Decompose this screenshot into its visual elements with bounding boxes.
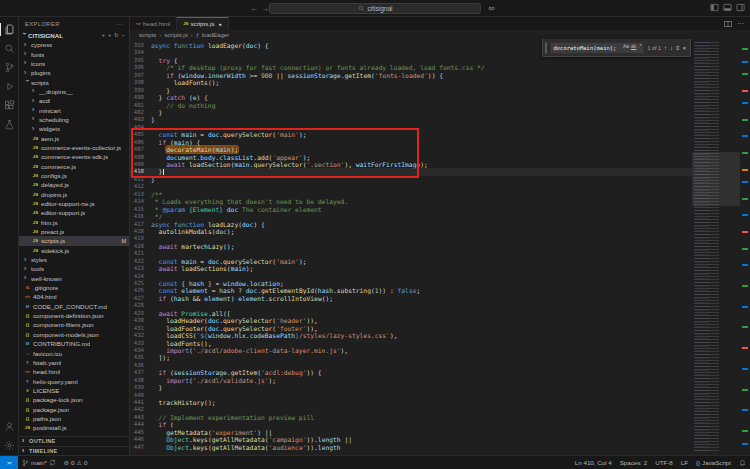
code-line-401[interactable]: 401 // do nothing [130,102,692,109]
code-line-396[interactable]: 396 /* if desktop (proxy for fast connec… [130,64,692,71]
regex-icon[interactable]: .* [638,45,641,50]
tree-folder-minicart[interactable]: ›minicart [19,105,129,114]
tree-file-LICENSE[interactable]: §LICENSE [19,386,129,395]
tree-folder-widgets[interactable]: ›widgets [19,124,129,133]
tree-folder-scheduling[interactable]: ›scheduling [19,115,129,124]
find-previous-icon[interactable]: ↑ [664,45,667,51]
tree-file-aem.js[interactable]: JSaem.js [19,133,129,142]
tree-file-commerce-events-collector.js[interactable]: JScommerce-events-collector.js [19,143,129,152]
more-actions-icon[interactable]: ··· [737,20,744,27]
code-line-439[interactable]: 439 } [130,384,692,391]
code-line-436[interactable]: 436 [130,362,692,369]
code-line-430[interactable]: 430 loadHeader(doc.querySelector('header… [130,317,692,324]
code-line-432[interactable]: 432 loadCSS(`${window.hlx.codeBasePath}/… [130,332,692,339]
code-line-397[interactable]: 397 if (window.innerWidth >= 900 || sess… [130,72,692,79]
code-line-443[interactable]: 443 // Implement experimentation preview… [130,414,692,421]
code-line-418[interactable]: 418 autolinkModals(doc); [130,228,692,235]
modified-dot-icon[interactable]: ● [219,21,222,27]
activity-item-testing[interactable] [0,115,19,134]
code-line-402[interactable]: 402 } [130,109,692,116]
tree-folder-well-known[interactable]: ›well-known [19,274,129,283]
code-line-404[interactable]: 404 [130,124,692,131]
code-line-417[interactable]: 417async function loadLazy(doc) { [130,221,692,228]
tree-file-paths.json[interactable]: {}paths.json [19,414,129,423]
tree-file-commerce-events-sdk.js[interactable]: JScommerce-events-sdk.js [19,152,129,161]
timeline-section[interactable]: › TIMELINE [19,446,129,456]
notifications-button[interactable] [735,459,750,467]
back-icon[interactable]: ← [250,3,258,14]
settings-button[interactable] [0,436,19,455]
code-line-414[interactable]: 414 * Loads everything that doesn't need… [130,198,692,205]
code-line-426[interactable]: 426 const element = hash ? doc.getElemen… [130,287,692,294]
new-folder-icon[interactable]: + [108,32,111,38]
branch-button[interactable]: main* [18,456,60,469]
code-line-400[interactable]: 400 } catch (e) { [130,94,692,101]
code-line-440[interactable]: 440 [130,392,692,399]
code-line-442[interactable]: 442 [130,406,692,413]
code-line-438[interactable]: 438 import('./acdl/validate.js'); [130,377,692,384]
tree-file-component-models.json[interactable]: {}component-models.json [19,330,129,339]
code-line-441[interactable]: 441 trackHistory(); [130,399,692,406]
code-line-434[interactable]: 434 import('./acdl/adobe-client-data-lay… [130,347,692,354]
find-input[interactable]: decorateMain(main); Aa ab .* [550,42,644,54]
code-line-395[interactable]: 395 try { [130,57,692,64]
code-line-408[interactable]: 408 document.body.classList.add('appear'… [130,154,692,161]
match-case-icon[interactable]: Aa [623,45,629,50]
code-line-433[interactable]: 433 loadFonts(), [130,340,692,347]
tree-file-package-lock.json[interactable]: {}package-lock.json [19,395,129,404]
code-line-415[interactable]: 415 * @param {Element} doc The container… [130,206,692,213]
tree-folder-scripts[interactable]: ›scripts [19,77,129,86]
tree-file-editor-support.js[interactable]: JSeditor-support.js [19,208,129,217]
code-line-413[interactable]: 413/** [130,191,692,198]
new-file-icon[interactable]: + [102,32,105,38]
tree-folder-cypress[interactable]: ›cypress [19,40,129,49]
tree-file-postinstall.js[interactable]: JSpostinstall.js [19,423,129,432]
minimap-slider[interactable] [692,152,740,206]
language-mode-button[interactable]: {} JavaScript [692,459,735,466]
tree-file-package.json[interactable]: {}package.json [19,404,129,413]
code-line-407[interactable]: 407 decorateMain(main); [130,146,692,153]
tree-folder-tools[interactable]: ›tools [19,264,129,273]
code-line-429[interactable]: 429 await Promise.all([ [130,310,692,317]
code-line-406[interactable]: 406 if (main) { [130,139,692,146]
tree-file-component-definition.json[interactable]: {}component-definition.json [19,311,129,320]
tree-file-head.html[interactable]: <>head.html [19,367,129,376]
code-line-419[interactable]: 419 [130,235,692,242]
close-icon[interactable]: × [682,45,686,51]
tree-folder-fonts[interactable]: ›fonts [19,49,129,58]
tree-file-scripts.js[interactable]: JSscripts.jsM [19,236,129,245]
encoding-button[interactable]: UTF-8 [651,459,677,466]
activity-item-source-control[interactable] [0,58,19,77]
tree-file-htm.js[interactable]: JShtm.js [19,218,129,227]
code-line-422[interactable]: 422 const main = doc.querySelector('main… [130,258,692,265]
activity-item-search[interactable] [0,39,19,58]
tree-folder-plugins[interactable]: ›plugins [19,68,129,77]
outline-section[interactable]: › OUTLINE [19,436,129,446]
tree-file-fstab.yaml[interactable]: Yfstab.yaml [19,358,129,367]
problems-button[interactable]: ⊘ 0 ⚠ 0 [60,456,92,469]
code-line-398[interactable]: 398 loadFonts(); [130,79,692,86]
activity-item-extensions[interactable] [0,96,19,115]
tree-file-sidekick.js[interactable]: JSsidekick.js [19,246,129,255]
remote-indicator[interactable]: >< [0,456,18,469]
tree-folder-__dropins__[interactable]: ›__dropins__ [19,87,129,96]
tab-scripts-js[interactable]: JS scripts.js ● [177,17,228,30]
breadcrumb-item-symbol[interactable]: loadEager [202,32,229,38]
find-next-icon[interactable]: ↓ [670,45,673,51]
tree-file-CODE_OF_CONDUCT.md[interactable]: MCODE_OF_CONDUCT.md [19,302,129,311]
code-line-435[interactable]: 435 ]); [130,354,692,361]
tree-file-delayed.js[interactable]: JSdelayed.js [19,180,129,189]
command-center-search[interactable]: citisignal [269,3,481,14]
code-line-444[interactable]: 444 if ( [130,421,692,428]
code-line-403[interactable]: 403} [130,116,692,123]
tree-file-helix-query.yaml[interactable]: Yhelix-query.yaml [19,376,129,385]
accounts-button[interactable] [0,417,19,436]
overview-ruler[interactable] [740,40,750,455]
tree-folder-acdl[interactable]: ›acdl [19,96,129,105]
code-line-447[interactable]: 447 Object.keys(getAllMetadata('audience… [130,444,692,451]
tree-file-commerce.js[interactable]: JScommerce.js [19,161,129,170]
toggle-panel-icon[interactable] [723,3,732,12]
tree-file-.gitignore[interactable]: G.gitignore [19,283,129,292]
tree-file-editor-support-rte.js[interactable]: JSeditor-support-rte.js [19,199,129,208]
toggle-secondary-sidebar-icon[interactable] [736,3,745,12]
